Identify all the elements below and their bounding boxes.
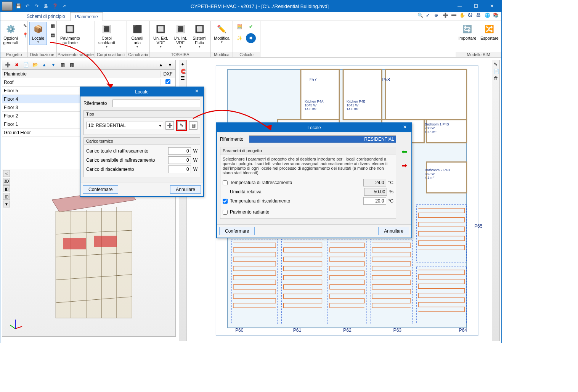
collapse-up-icon[interactable]: ▲ <box>157 61 165 69</box>
svg-rect-19 <box>385 69 466 119</box>
help-icon[interactable]: ❓ <box>51 3 58 10</box>
tipo-edit-icon[interactable]: ✎ <box>177 121 186 130</box>
sistemi-estia-button[interactable]: 🔲 SistemiEstia ▼ <box>191 22 208 50</box>
layers-icon[interactable]: 📚 <box>493 13 499 19</box>
pavimento-checkbox[interactable] <box>223 210 228 215</box>
app-logo <box>2 2 13 11</box>
opzioni-generali-button[interactable]: ⚙️ Opzionigenerali <box>2 22 19 46</box>
cooling-total-input[interactable] <box>168 147 191 155</box>
importare-button[interactable]: 🔄 Importare <box>457 22 478 42</box>
window-title: CYPETHERM HVAC - v2017.j - [C:\...\Resid… <box>67 3 452 9</box>
tab-planimetrie[interactable]: Planimetrie <box>70 12 103 21</box>
up-icon[interactable]: ▲ <box>40 61 48 69</box>
close-button[interactable]: ✕ <box>484 0 500 12</box>
tab-schemi[interactable]: Schemi di principio <box>22 12 70 21</box>
room-icon: 📦 <box>32 23 44 35</box>
un-int-vrf-button[interactable]: 🔳 Un. Int.VRF ▼ <box>172 22 189 50</box>
snap-icon[interactable]: ✦ <box>181 62 185 67</box>
temp-heat-input[interactable] <box>363 197 386 205</box>
view-down-icon[interactable]: ▼ <box>3 201 10 207</box>
tool-copy-icon[interactable]: 📄 <box>494 69 498 74</box>
zoom-out-icon[interactable]: ➖ <box>451 13 457 19</box>
temp-heat-label: Temperatura di riscaldamento <box>230 198 361 204</box>
riferimento-input[interactable] <box>112 100 200 107</box>
redraw-icon[interactable]: 🗘 <box>468 13 474 19</box>
dialog-title[interactable]: Locale ✕ <box>217 123 411 132</box>
cancel-button[interactable]: Annullare <box>170 185 201 194</box>
tool-del-icon[interactable]: 🗑 <box>494 76 498 81</box>
binoculars-icon[interactable]: 🔍 <box>417 13 424 19</box>
confirm-button[interactable]: Confermare <box>83 185 118 194</box>
pavimento-radiante-button[interactable]: 🔲 Pavimentoradiante ▼ <box>58 22 82 50</box>
modifica-button[interactable]: ✏️ Modifica ▼ <box>212 22 231 45</box>
cooling-sensible-input[interactable] <box>168 156 191 164</box>
maximize-button[interactable]: ☐ <box>468 0 484 12</box>
grid-icon[interactable]: ▩ <box>68 61 75 69</box>
dialog-locale-2: Locale ✕ Riferimento Parametri di proget… <box>216 122 412 238</box>
wand-icon[interactable]: ✨ <box>234 33 244 43</box>
tool-edit-icon[interactable]: ✎ <box>494 62 498 67</box>
pan-icon[interactable]: ✋ <box>459 13 466 19</box>
dxf-checkbox[interactable] <box>165 79 170 84</box>
table-row[interactable]: Roof <box>2 78 175 87</box>
collapse-down-icon[interactable]: ▼ <box>166 61 174 69</box>
tipo-add-icon[interactable]: ➕ <box>165 121 174 130</box>
temp-heat-checkbox[interactable] <box>223 199 228 204</box>
dialog-close-icon[interactable]: ✕ <box>195 88 201 95</box>
copy-floor-icon[interactable]: 📄 <box>22 61 30 69</box>
open-floor-icon[interactable]: 📂 <box>31 61 39 69</box>
info-icon[interactable]: ✖ <box>246 33 256 43</box>
redo-icon[interactable]: ↷ <box>33 3 40 10</box>
view-wire-icon[interactable]: ◫ <box>3 193 10 200</box>
riferimento-label: Riferimento <box>220 137 247 142</box>
print-icon[interactable]: 🖶 <box>42 3 49 10</box>
confirm-button[interactable]: Confermare <box>219 227 255 235</box>
esportare-button[interactable]: 🔀 Esportare <box>479 22 500 42</box>
down-icon[interactable]: ▼ <box>50 61 57 69</box>
distrib-icon-2[interactable]: ▤ <box>48 31 57 39</box>
calc-icon[interactable]: 🧮 <box>234 22 244 32</box>
heating-label: Carico di riscaldamento <box>86 167 166 172</box>
view-3d-icon[interactable]: 3D <box>3 178 10 185</box>
grid-snap-icon[interactable]: ☰ <box>181 76 185 81</box>
carico-group-title: Carico termico <box>84 138 200 145</box>
export-icon[interactable]: ↗ <box>61 3 67 10</box>
dialog-locale-1: Locale ✕ Riferimento Tipo 10: RESIDENTIA… <box>80 87 204 197</box>
heating-input[interactable] <box>168 165 191 173</box>
tipo-select[interactable]: 10: RESIDENTIAL▾ <box>86 122 163 129</box>
prev-arrow-icon[interactable]: ⬅ <box>400 148 408 156</box>
undo-icon[interactable]: ↶ <box>24 3 31 10</box>
magnet-icon[interactable]: 🧲 <box>181 69 185 74</box>
zoom-window-icon[interactable]: ⤢ <box>426 13 432 19</box>
tipo-grid-icon[interactable]: ▦ <box>189 121 197 130</box>
del-floor-icon[interactable]: ✖ <box>13 61 21 69</box>
add-floor-icon[interactable]: ➕ <box>4 61 11 69</box>
print-view-icon[interactable]: 🖶 <box>476 13 482 19</box>
view-home-icon[interactable]: < <box>3 170 10 177</box>
vrf-ext-icon: 🔲 <box>155 23 167 35</box>
distrib-icon-1[interactable]: ▦ <box>48 22 57 30</box>
svg-rect-17 <box>301 69 339 119</box>
temp-cool-label: Temperatura di raffrescamento <box>230 180 361 185</box>
dxf-icon[interactable]: ▦ <box>59 61 66 69</box>
cancel-button[interactable]: Annullare <box>378 227 409 235</box>
dialog-title[interactable]: Locale ✕ <box>80 87 203 96</box>
right-tool-column: ✎ 📄 🗑 <box>492 60 499 341</box>
dialog-close-icon[interactable]: ✕ <box>403 124 409 130</box>
next-arrow-icon[interactable]: ➡ <box>400 161 408 170</box>
check-icon[interactable]: ✔ <box>246 22 256 32</box>
temp-cool-checkbox[interactable] <box>223 180 228 185</box>
minimize-button[interactable]: — <box>452 0 468 12</box>
globe-icon[interactable]: 🌐 <box>485 13 491 19</box>
locale-button[interactable]: 📦 Locale ▼ <box>29 22 47 45</box>
radiator-icon: 🔳 <box>101 23 113 35</box>
svg-text:P60: P60 <box>235 328 244 333</box>
riferimento-input[interactable] <box>249 135 396 143</box>
view-cube-icon[interactable]: ◧ <box>3 185 10 192</box>
zoom-extents-icon[interactable]: ⊕ <box>434 13 440 19</box>
zoom-in-icon[interactable]: ➕ <box>443 13 449 19</box>
corpi-scaldanti-button[interactable]: 🔳 Corpiscaldanti ▼ <box>96 22 117 50</box>
save-icon[interactable]: 💾 <box>15 3 22 10</box>
un-ext-vrf-button[interactable]: 🔲 Un. Ext.VRF ▼ <box>151 22 170 50</box>
canali-aria-button[interactable]: ⬛ Canaliaria ▼ <box>128 22 146 50</box>
